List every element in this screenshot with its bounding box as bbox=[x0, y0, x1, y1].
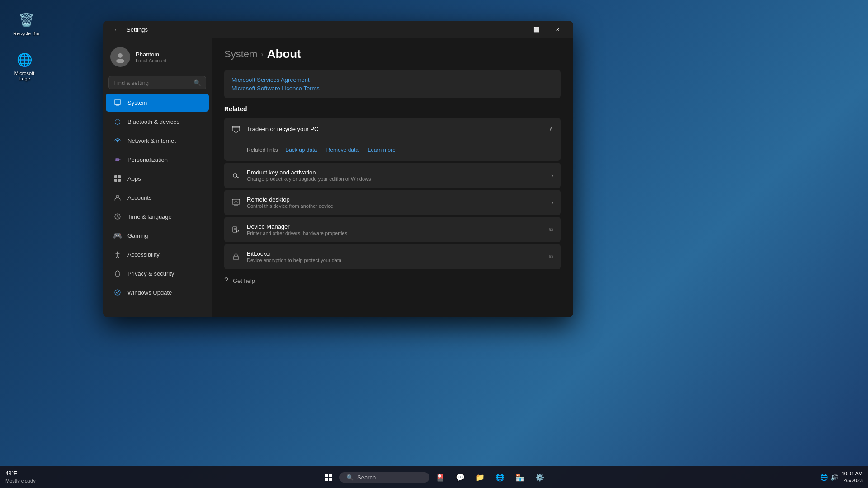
user-info: Phantom Local Account bbox=[136, 51, 167, 63]
sidebar-item-label-windows-update: Windows Update bbox=[127, 289, 172, 296]
network-tray-icon[interactable]: 🌐 bbox=[820, 474, 828, 481]
card-product-key[interactable]: Product key and activation Change produc… bbox=[224, 163, 561, 188]
settings-window: ← Settings — ⬜ ✕ bbox=[103, 21, 573, 317]
sidebar-item-label-accounts: Accounts bbox=[127, 194, 151, 201]
card-trade-in-header[interactable]: Trade-in or recycle your PC ∧ bbox=[224, 118, 561, 140]
sidebar-item-accounts[interactable]: Accounts bbox=[106, 188, 209, 206]
sidebar-item-network[interactable]: Network & internet bbox=[106, 131, 209, 150]
sidebar-item-time[interactable]: Time & language bbox=[106, 207, 209, 225]
search-input[interactable] bbox=[113, 80, 190, 86]
desktop-icon-recycle-bin[interactable]: 🗑️ Recycle Bin bbox=[8, 9, 44, 38]
svg-point-35 bbox=[236, 258, 236, 258]
taskbar-teams[interactable]: 💬 bbox=[451, 468, 469, 486]
svg-rect-39 bbox=[329, 478, 332, 481]
card-bitlocker-header[interactable]: BitLocker Device encryption to help prot… bbox=[224, 244, 561, 269]
card-device-manager[interactable]: Device Manager Printer and other drivers… bbox=[224, 217, 561, 242]
maximize-button[interactable]: ⬜ bbox=[526, 22, 547, 37]
svg-point-0 bbox=[118, 53, 123, 58]
learn-more-link[interactable]: Learn more bbox=[368, 147, 396, 153]
svg-line-17 bbox=[116, 256, 118, 258]
remove-data-link[interactable]: Remove data bbox=[326, 147, 359, 153]
close-button[interactable]: ✕ bbox=[547, 22, 568, 37]
card-product-key-left: Product key and activation Change produc… bbox=[231, 169, 371, 182]
sidebar-item-windows-update[interactable]: Windows Update bbox=[106, 283, 209, 301]
card-remote-desktop[interactable]: Remote desktop Control this device from … bbox=[224, 190, 561, 215]
recycle-bin-icon: 🗑️ bbox=[17, 11, 35, 29]
taskbar-time[interactable]: 10:01 AM 2/5/2023 bbox=[842, 470, 863, 484]
card-device-manager-header[interactable]: Device Manager Printer and other drivers… bbox=[224, 217, 561, 242]
card-remote-desktop-title: Remote desktop bbox=[247, 196, 333, 203]
card-remote-desktop-left: Remote desktop Control this device from … bbox=[231, 196, 333, 209]
remote-desktop-chevron: › bbox=[551, 199, 553, 206]
apps-icon bbox=[113, 174, 122, 183]
card-trade-in-title: Trade-in or recycle your PC bbox=[247, 126, 318, 132]
bitlocker-icon bbox=[231, 252, 241, 261]
weather-temp: 43°F bbox=[5, 470, 36, 478]
window-title: Settings bbox=[127, 26, 148, 33]
personalization-icon: ✏ bbox=[113, 155, 122, 164]
desktop-icon-edge[interactable]: 🌐 Microsoft Edge bbox=[6, 49, 42, 83]
edge-desktop-icon: 🌐 bbox=[15, 51, 33, 69]
back-up-data-link[interactable]: Back up data bbox=[285, 147, 317, 153]
weather-desc: Mostly cloudy bbox=[5, 478, 36, 484]
desktop: 🗑️ Recycle Bin 🌐 Microsoft Edge ← Settin… bbox=[0, 0, 868, 488]
user-profile[interactable]: Phantom Local Account bbox=[103, 42, 212, 76]
title-bar: ← Settings — ⬜ ✕ bbox=[103, 21, 573, 38]
sidebar-item-label-gaming: Gaming bbox=[127, 232, 148, 239]
volume-tray-icon[interactable]: 🔊 bbox=[830, 474, 838, 481]
svg-rect-38 bbox=[325, 478, 328, 481]
sidebar-item-label-network: Network & internet bbox=[127, 137, 176, 144]
sidebar-item-personalization[interactable]: ✏ Personalization bbox=[106, 150, 209, 169]
search-box[interactable]: 🔍 bbox=[108, 76, 206, 89]
user-name: Phantom bbox=[136, 51, 167, 58]
start-button[interactable] bbox=[319, 468, 337, 486]
gaming-icon: 🎮 bbox=[113, 231, 122, 240]
microsoft-services-agreement-link[interactable]: Microsoft Services Agreement bbox=[231, 75, 553, 84]
sidebar-item-bluetooth[interactable]: ⬡ Bluetooth & devices bbox=[106, 113, 209, 131]
svg-point-14 bbox=[117, 252, 118, 253]
taskbar-edge[interactable]: 🌐 bbox=[491, 468, 509, 486]
card-bitlocker[interactable]: BitLocker Device encryption to help prot… bbox=[224, 244, 561, 269]
sidebar-item-label-bluetooth: Bluetooth & devices bbox=[127, 118, 179, 125]
get-help[interactable]: ? Get help bbox=[224, 271, 561, 290]
product-key-icon bbox=[231, 171, 241, 180]
time-icon bbox=[113, 212, 122, 221]
title-bar-left: ← Settings bbox=[110, 23, 148, 36]
sidebar-item-apps[interactable]: Apps bbox=[106, 169, 209, 188]
device-manager-external-icon: ⧉ bbox=[549, 226, 553, 233]
windows-update-icon bbox=[113, 288, 122, 297]
svg-rect-37 bbox=[329, 474, 332, 477]
svg-rect-6 bbox=[114, 175, 117, 178]
taskbar-settings[interactable]: ⚙️ bbox=[531, 468, 549, 486]
sidebar-item-system[interactable]: System bbox=[106, 94, 209, 112]
breadcrumb-chevron: › bbox=[261, 50, 263, 58]
device-manager-icon bbox=[231, 225, 241, 234]
taskbar-file-explorer[interactable]: 📁 bbox=[471, 468, 489, 486]
sidebar-item-accessibility[interactable]: Accessibility bbox=[106, 245, 209, 263]
svg-point-1 bbox=[116, 59, 124, 63]
sidebar-item-privacy[interactable]: Privacy & security bbox=[106, 264, 209, 282]
product-key-chevron: › bbox=[551, 172, 553, 179]
sidebar-item-gaming[interactable]: 🎮 Gaming bbox=[106, 226, 209, 244]
window-body: Phantom Local Account 🔍 System bbox=[103, 38, 573, 317]
sidebar-item-label-privacy: Privacy & security bbox=[127, 270, 174, 277]
microsoft-software-license-link[interactable]: Microsoft Software License Terms bbox=[231, 84, 553, 93]
taskbar-search[interactable]: 🔍 Search bbox=[339, 472, 429, 483]
avatar bbox=[110, 47, 130, 67]
clock-date: 2/5/2023 bbox=[843, 477, 863, 484]
card-device-manager-title: Device Manager bbox=[247, 223, 347, 230]
card-bitlocker-subtitle: Device encryption to help protect your d… bbox=[247, 258, 341, 263]
card-remote-desktop-header[interactable]: Remote desktop Control this device from … bbox=[224, 190, 561, 215]
minimize-button[interactable]: — bbox=[505, 22, 526, 37]
taskbar-store[interactable]: 🏪 bbox=[511, 468, 529, 486]
sidebar-item-label-time: Time & language bbox=[127, 213, 172, 220]
window-controls: — ⬜ ✕ bbox=[505, 22, 568, 37]
card-bitlocker-left: BitLocker Device encryption to help prot… bbox=[231, 250, 341, 263]
breadcrumb-system[interactable]: System bbox=[224, 48, 257, 60]
svg-rect-8 bbox=[114, 179, 117, 182]
card-product-key-header[interactable]: Product key and activation Change produc… bbox=[224, 163, 561, 188]
clock-time: 10:01 AM bbox=[842, 470, 863, 477]
sidebar-item-label-accessibility: Accessibility bbox=[127, 251, 160, 258]
taskbar-widgets[interactable]: 🎴 bbox=[431, 468, 449, 486]
back-button[interactable]: ← bbox=[110, 23, 123, 36]
